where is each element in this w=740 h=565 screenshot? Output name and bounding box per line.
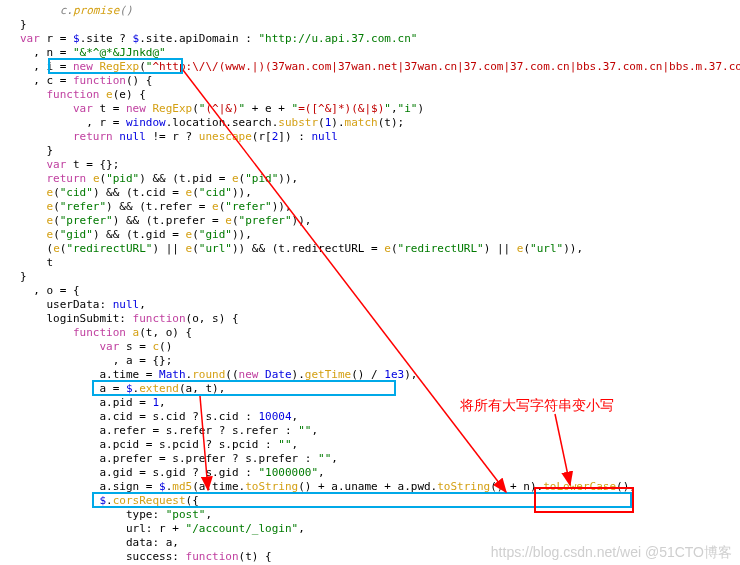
code-line: c.promise() bbox=[20, 4, 133, 17]
code-block: c.promise() } var r = $.site ? $.site.ap… bbox=[0, 0, 740, 565]
code-screenshot: { "code": { "lines": [ " c.promise()", "… bbox=[0, 0, 740, 565]
